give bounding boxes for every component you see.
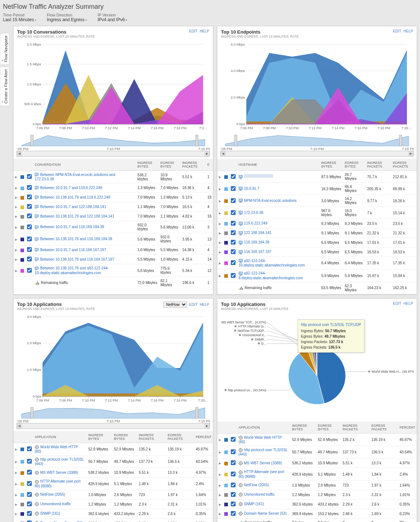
expand-icon[interactable]: ▶	[15, 248, 18, 252]
row-checkbox[interactable]	[231, 240, 236, 245]
column-header[interactable]: INGRESS BYTES	[87, 431, 113, 443]
expand-icon[interactable]: ▶	[219, 187, 221, 191]
column-header[interactable]: APPLICATION	[237, 422, 291, 434]
row-checkbox[interactable]	[27, 459, 32, 464]
expand-icon[interactable]: ▶	[219, 231, 221, 235]
row-checkbox[interactable]	[231, 198, 236, 203]
row-label[interactable]: NetFlow (2055)	[244, 483, 269, 487]
row-label[interactable]: World Wide Web HTTP (80)	[35, 445, 78, 453]
side-tab-flow-navigator[interactable]: »Flow Navigator	[0, 33, 9, 65]
column-header[interactable]: E	[206, 159, 213, 171]
row-checkbox[interactable]	[27, 511, 32, 516]
endpoints-chart[interactable]: 0 bps2.0 Mbps4.0 Mbps6.0 Mbps7:06 PM7:08…	[217, 40, 417, 135]
row-checkbox[interactable]	[27, 470, 32, 475]
row-label[interactable]: HTTP Alternate (see port 80) (8080)	[35, 479, 80, 488]
expand-icon[interactable]: ▶	[219, 473, 221, 476]
column-header[interactable]: CONVERSATION	[33, 159, 136, 171]
mini-scrollbar[interactable]: ◄ ►	[16, 423, 210, 429]
row-label[interactable]: 172.23.0.38	[244, 211, 263, 215]
column-header[interactable]: PERCENT	[398, 422, 417, 434]
row-label[interactable]: NPM-NTA-Eval.ecocdc.solutions	[244, 199, 297, 203]
row-checkbox[interactable]	[231, 221, 236, 226]
scroll-right-icon[interactable]: ►	[408, 151, 413, 156]
column-header[interactable]: INGRESS PACKETS	[137, 431, 166, 443]
edit-link[interactable]: EDIT	[189, 303, 198, 307]
expand-icon[interactable]: ▶	[219, 250, 221, 254]
column-header[interactable]: INGRESS BYTES	[291, 422, 317, 434]
row-checkbox[interactable]	[231, 273, 236, 278]
row-checkbox[interactable]	[231, 249, 236, 254]
row-label[interactable]: World Wide Web HTTP (80)	[238, 435, 282, 444]
expand-icon[interactable]: ▶	[15, 258, 18, 261]
row-checkbox[interactable]	[27, 247, 32, 252]
row-label[interactable]: Between 10.138.101.78 and a92-122-244-10…	[35, 266, 109, 275]
row-label[interactable]: 116.169.167.197	[244, 250, 271, 254]
row-checkbox[interactable]	[231, 511, 236, 516]
help-link[interactable]: HELP	[200, 303, 209, 307]
expand-icon[interactable]: ▶	[219, 484, 221, 487]
row-label[interactable]: Unmonitored traffic	[244, 492, 275, 496]
row-checkbox[interactable]	[27, 224, 32, 229]
row-label[interactable]: Between 10.0.91.7 and 116.169.167.197	[40, 248, 106, 252]
column-header[interactable]: INGRESS BYTES	[320, 159, 343, 171]
expand-icon[interactable]: ▶	[219, 175, 221, 179]
help-link[interactable]: HELP	[200, 29, 209, 33]
mini-scrollbar[interactable]: ◄ ►	[220, 151, 414, 157]
column-header[interactable]: APPLICATION	[33, 431, 87, 443]
row-checkbox[interactable]	[231, 230, 236, 235]
column-header[interactable]: EGRESS BYTES	[112, 431, 137, 443]
row-checkbox[interactable]	[27, 214, 32, 218]
expand-icon[interactable]: ▶	[15, 482, 18, 486]
row-checkbox[interactable]	[231, 186, 236, 191]
expand-icon[interactable]: ▶	[219, 461, 221, 465]
expand-icon[interactable]: ▶	[15, 196, 18, 199]
row-label[interactable]: a92-122-244-10.deploy.static.akamaitechn…	[238, 259, 305, 267]
chart-type-select[interactable]: NetFlow	[163, 302, 187, 308]
expand-icon[interactable]: ▶	[219, 222, 221, 226]
column-header[interactable]: INGRESS PACKETS	[341, 422, 370, 434]
row-checkbox[interactable]	[231, 492, 236, 497]
expand-icon[interactable]: ▶	[15, 205, 18, 209]
column-header[interactable]: PERCENT	[194, 431, 213, 443]
row-label[interactable]: a92-122-244-8.deploy.static.akamaitechno…	[238, 271, 303, 280]
row-label[interactable]: NetFlow (2055)	[40, 492, 65, 496]
scroll-left-icon[interactable]: ◄	[17, 151, 22, 156]
edit-link[interactable]: EDIT	[393, 29, 401, 33]
row-checkbox[interactable]	[27, 195, 32, 199]
row-label[interactable]: Between NPM-NTA-Eval.ecocdc.solutions an…	[35, 173, 115, 181]
row-label[interactable]: Between 10.138.101.78 and 122.188.184.14…	[40, 214, 114, 218]
expand-icon[interactable]: ▶	[219, 241, 221, 245]
column-header[interactable]: EGRESS PACKETS	[166, 431, 194, 443]
row-checkbox[interactable]	[27, 185, 32, 190]
row-label[interactable]: MS WBT Server (3389)	[244, 461, 282, 465]
row-checkbox[interactable]	[231, 210, 236, 215]
column-header[interactable]: INGRESS PACKETS	[366, 159, 392, 171]
column-header[interactable]: EGRESS BYTES	[159, 159, 181, 171]
row-checkbox[interactable]	[27, 502, 32, 506]
expand-icon[interactable]: ▶	[219, 493, 221, 497]
applications-mini-chart[interactable]: 7:05 PM7:10 PM7:15 PM	[14, 407, 213, 423]
row-label[interactable]: MS WBT Server (3389)	[40, 471, 78, 475]
row-label[interactable]: Between 10.0.91.7 and 119.6.222.249	[40, 186, 102, 190]
row-label[interactable]: Between 10.138.101.78 and 116.169.167.19…	[40, 257, 114, 261]
row-checkbox[interactable]	[27, 204, 32, 209]
expand-icon[interactable]: ▶	[15, 448, 18, 451]
row-checkbox[interactable]	[27, 268, 32, 273]
expand-icon[interactable]: ▶	[15, 471, 18, 475]
expand-icon[interactable]: ▶	[15, 238, 18, 241]
column-header[interactable]: EGRESS BYTES	[316, 422, 341, 434]
row-checkbox[interactable]	[231, 437, 236, 442]
expand-icon[interactable]: ▶	[15, 269, 18, 273]
row-label[interactable]: Between 10.138.101.78 and 116.169.184.39	[40, 237, 112, 241]
row-checkbox[interactable]	[231, 174, 236, 179]
expand-icon[interactable]: ▶	[219, 211, 221, 215]
expand-icon[interactable]: ▶	[219, 261, 221, 265]
applications-chart[interactable]: 0 bps1.0 Mbps2.0 Mbps3.0 Mbps7:06 PM7:08…	[14, 312, 213, 407]
row-checkbox[interactable]	[231, 449, 236, 454]
help-link[interactable]: HELP	[404, 302, 413, 306]
row-checkbox[interactable]	[27, 521, 32, 522]
scroll-right-icon[interactable]: ►	[205, 423, 210, 429]
row-label[interactable]: 122.188.184.141	[244, 231, 271, 235]
edit-link[interactable]: EDIT	[189, 29, 198, 33]
row-label[interactable]: SNMP (161)	[40, 511, 60, 515]
